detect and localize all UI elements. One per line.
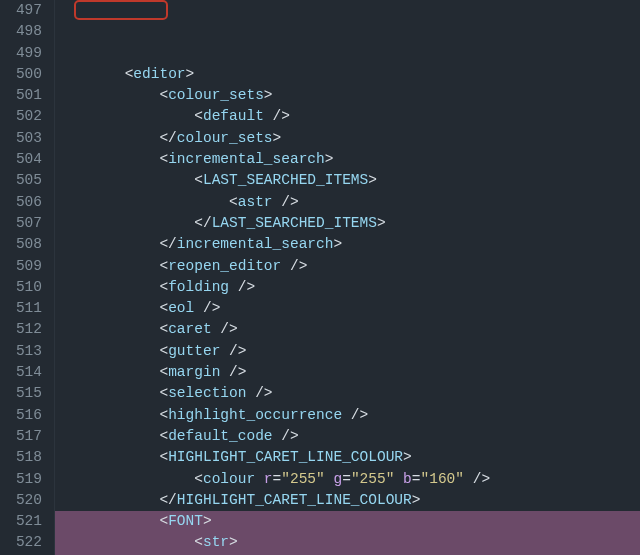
code-text: </HIGHLIGHT_CARET_LINE_COLOUR>	[55, 492, 420, 508]
line-number: 519	[0, 469, 42, 490]
line-number: 513	[0, 341, 42, 362]
code-text: <highlight_occurrence />	[55, 407, 368, 423]
code-line[interactable]: <reopen_editor />	[55, 256, 640, 277]
code-text: <LAST_SEARCHED_ITEMS>	[55, 172, 377, 188]
code-line[interactable]: <str>	[55, 532, 640, 553]
code-text: <HIGHLIGHT_CARET_LINE_COLOUR>	[55, 449, 412, 465]
code-text: <eol />	[55, 300, 220, 316]
code-text: <gutter />	[55, 343, 246, 359]
code-text: </incremental_search>	[55, 236, 342, 252]
line-number: 499	[0, 43, 42, 64]
line-number: 521	[0, 511, 42, 532]
line-number: 522	[0, 532, 42, 553]
line-number: 500	[0, 64, 42, 85]
code-text: <reopen_editor />	[55, 258, 307, 274]
code-text: <default />	[55, 108, 290, 124]
line-number: 508	[0, 234, 42, 255]
code-text: <FONT>	[55, 513, 212, 529]
line-number: 510	[0, 277, 42, 298]
code-line[interactable]: <HIGHLIGHT_CARET_LINE_COLOUR>	[55, 447, 640, 468]
code-text: <colour_sets>	[55, 87, 273, 103]
code-line[interactable]: <highlight_occurrence />	[55, 405, 640, 426]
code-line[interactable]: <FONT>	[55, 511, 640, 532]
code-line[interactable]: <selection />	[55, 383, 640, 404]
line-number: 502	[0, 106, 42, 127]
code-line[interactable]: <incremental_search>	[55, 149, 640, 170]
line-number: 516	[0, 405, 42, 426]
line-number: 504	[0, 149, 42, 170]
code-line[interactable]: <astr />	[55, 192, 640, 213]
code-text: <selection />	[55, 385, 273, 401]
line-number: 497	[0, 0, 42, 21]
code-line[interactable]: <colour_sets>	[55, 85, 640, 106]
code-text: <str>	[55, 534, 238, 550]
line-number: 505	[0, 170, 42, 191]
code-line[interactable]: <colour r="255" g="255" b="160" />	[55, 469, 640, 490]
code-text: </colour_sets>	[55, 130, 281, 146]
line-number: 518	[0, 447, 42, 468]
code-text: <astr />	[55, 194, 299, 210]
code-line[interactable]: <default_code />	[55, 426, 640, 447]
code-line[interactable]: <default />	[55, 106, 640, 127]
line-number: 511	[0, 298, 42, 319]
code-text: <default_code />	[55, 428, 299, 444]
line-number: 514	[0, 362, 42, 383]
code-text: <editor>	[55, 66, 194, 82]
code-area[interactable]: <editor> <colour_sets> <default /> </col…	[55, 0, 640, 555]
code-line[interactable]: </incremental_search>	[55, 234, 640, 255]
code-line[interactable]: </colour_sets>	[55, 128, 640, 149]
code-text: <caret />	[55, 321, 238, 337]
annotation-rectangle	[74, 0, 168, 20]
code-line[interactable]: <editor>	[55, 64, 640, 85]
line-number: 515	[0, 383, 42, 404]
line-number-gutter: 4974984995005015025035045055065075085095…	[0, 0, 55, 555]
line-number: 503	[0, 128, 42, 149]
code-line[interactable]: <LAST_SEARCHED_ITEMS>	[55, 170, 640, 191]
code-line[interactable]: </LAST_SEARCHED_ITEMS>	[55, 213, 640, 234]
code-editor[interactable]: 4974984995005015025035045055065075085095…	[0, 0, 640, 555]
line-number: 498	[0, 21, 42, 42]
code-text: <incremental_search>	[55, 151, 333, 167]
line-number: 509	[0, 256, 42, 277]
line-number: 501	[0, 85, 42, 106]
code-text: <folding />	[55, 279, 255, 295]
line-number: 512	[0, 319, 42, 340]
code-line[interactable]: <gutter />	[55, 341, 640, 362]
code-text: <colour r="255" g="255" b="160" />	[55, 471, 490, 487]
code-text: </LAST_SEARCHED_ITEMS>	[55, 215, 386, 231]
line-number: 506	[0, 192, 42, 213]
code-text: <margin />	[55, 364, 246, 380]
line-number: 520	[0, 490, 42, 511]
code-line[interactable]: <margin />	[55, 362, 640, 383]
line-number: 507	[0, 213, 42, 234]
code-line[interactable]: </HIGHLIGHT_CARET_LINE_COLOUR>	[55, 490, 640, 511]
line-number: 517	[0, 426, 42, 447]
code-line[interactable]: <caret />	[55, 319, 640, 340]
code-line[interactable]: <eol />	[55, 298, 640, 319]
code-line[interactable]: <folding />	[55, 277, 640, 298]
